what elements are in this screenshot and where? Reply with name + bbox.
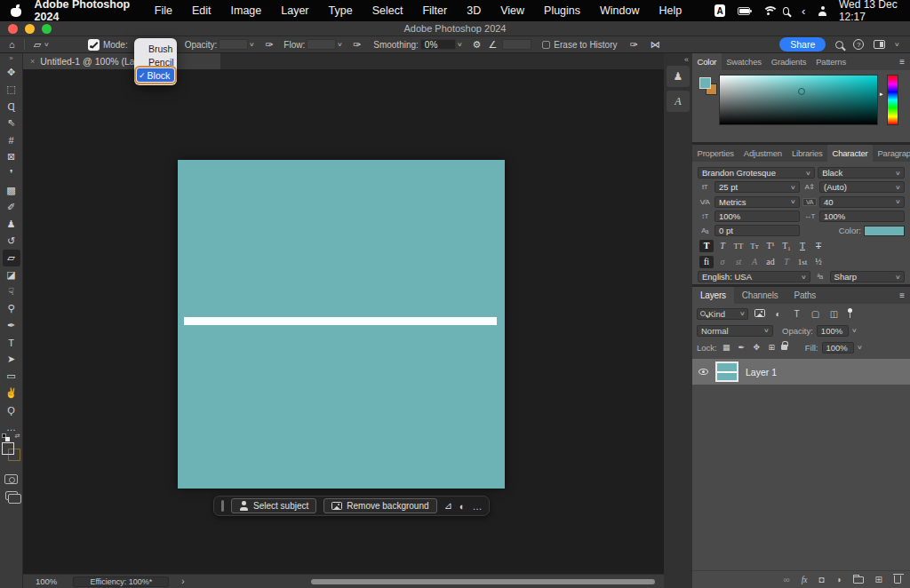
layer-effects-icon[interactable]: fx	[802, 576, 808, 584]
link-layers-icon[interactable]: ∞	[784, 575, 790, 584]
status-chevron-icon[interactable]: ›	[181, 576, 184, 586]
foreground-color-swatch[interactable]	[2, 442, 14, 455]
airbrush-opacity-icon[interactable]: ✑	[261, 40, 276, 50]
chevron-down-icon[interactable]: ∨	[894, 41, 900, 48]
swash-button[interactable]: A	[747, 256, 762, 268]
mode-option-pencil[interactable]: Pencil	[137, 55, 174, 68]
marquee-tool[interactable]: ⬚	[3, 81, 20, 98]
menubar-clock[interactable]: Wed 13 Dec 12:17	[839, 0, 899, 23]
zoom-window-button[interactable]	[42, 24, 52, 34]
battery-icon[interactable]	[738, 7, 750, 15]
titling-alternates-button[interactable]: T	[779, 256, 794, 268]
document-tab[interactable]: × Untitled-1 @ 100% (Layer	[23, 53, 220, 69]
canvas-artboard[interactable]	[178, 160, 505, 489]
hue-slider[interactable]	[887, 75, 898, 125]
angle-field[interactable]	[502, 39, 531, 50]
filter-adjustment-layers-icon[interactable]: ◐	[770, 309, 786, 319]
saturation-brightness-field[interactable]	[719, 75, 878, 125]
tab-swatches[interactable]: Swatches	[722, 53, 767, 70]
spotlight-search-icon[interactable]	[783, 7, 789, 15]
user-account-icon[interactable]	[818, 6, 825, 16]
foreground-background-swatches[interactable]: ⇄	[2, 442, 21, 465]
strikethrough-button[interactable]: T	[811, 240, 826, 252]
glyphs-panel-icon[interactable]: A	[667, 91, 690, 112]
zoom-tool[interactable]: Ϙ	[3, 401, 20, 418]
chevron-down-icon[interactable]: ∨	[857, 344, 863, 351]
tab-close-icon[interactable]: ×	[30, 57, 35, 66]
filter-pixel-layers-icon[interactable]	[752, 309, 767, 319]
font-family-select[interactable]: Brandon Grotesque ∨	[698, 167, 815, 179]
menu-filter[interactable]: Filter	[412, 4, 457, 17]
current-tool-eraser-icon[interactable]: ▱	[30, 40, 44, 50]
superscript-button[interactable]: T¹	[763, 240, 778, 252]
menu-type[interactable]: Type	[319, 4, 363, 17]
filter-type-layers-icon[interactable]: T	[789, 309, 804, 319]
menu-edit[interactable]: Edit	[182, 4, 221, 17]
tab-paths[interactable]: Paths	[786, 287, 824, 304]
panel-menu-icon[interactable]: ≡	[894, 287, 910, 304]
tab-color[interactable]: Color	[692, 53, 722, 70]
shape-tool[interactable]: ▭	[3, 368, 20, 385]
apple-icon[interactable]	[11, 4, 20, 17]
contextual-alternates-button[interactable]: σ	[715, 256, 730, 268]
color-picker-ring[interactable]	[798, 88, 805, 95]
menubar-app-name[interactable]: Adobe Photoshop 2024	[23, 0, 145, 23]
tab-gradients[interactable]: Gradients	[766, 53, 810, 70]
delete-layer-icon[interactable]	[894, 576, 901, 584]
blend-mode-select[interactable]: Normal ∨	[697, 325, 773, 337]
select-subject-button[interactable]: Select subject	[231, 498, 316, 513]
lock-pixels-icon[interactable]: ✒	[736, 343, 747, 352]
quick-mask-icon[interactable]	[4, 474, 18, 484]
tab-character[interactable]: Character	[827, 145, 873, 162]
smoothing-gear-icon[interactable]: ⚙	[469, 40, 485, 50]
paint-bucket-tool[interactable]: ◪	[3, 266, 20, 283]
language-select[interactable]: English: USA ∨	[698, 271, 810, 282]
horizontal-scale-field[interactable]: 100%	[819, 211, 905, 222]
filter-shape-layers-icon[interactable]: ▢	[808, 309, 823, 319]
brush-tool[interactable]: ✐	[3, 199, 20, 216]
text-color-swatch[interactable]	[864, 226, 905, 236]
transform-icon[interactable]: ⊿	[444, 500, 452, 512]
filter-smart-objects-icon[interactable]: ◫	[826, 309, 842, 319]
menu-window[interactable]: Window	[590, 4, 649, 17]
panel-menu-icon[interactable]: ≡	[894, 53, 910, 70]
foreground-color-swatch[interactable]	[699, 77, 711, 89]
smudge-tool[interactable]: ☟	[3, 283, 20, 300]
adjustments-icon[interactable]: ◐	[459, 501, 466, 512]
toolbar-collapse-icon[interactable]: »	[9, 53, 12, 64]
wifi-icon[interactable]	[762, 6, 771, 16]
menu-layer[interactable]: Layer	[271, 4, 318, 17]
filter-toggle-pin-icon[interactable]	[845, 308, 854, 319]
stylistic-alternates-button[interactable]: ad	[763, 256, 778, 268]
canvas-viewport[interactable]: Select subject Remove background ⊿ ◐ …	[23, 69, 664, 574]
menu-image[interactable]: Image	[221, 4, 272, 17]
eraser-tool[interactable]: ▱	[3, 250, 20, 266]
input-source-icon[interactable]: A	[714, 4, 725, 17]
opacity-field[interactable]	[219, 39, 248, 50]
fill-field[interactable]: 100%	[822, 342, 854, 354]
mode-option-block[interactable]: ✓ Block	[137, 68, 174, 82]
mode-option-brush[interactable]: Brush	[137, 42, 174, 55]
discretionary-ligatures-button[interactable]: st	[731, 256, 746, 268]
menu-view[interactable]: View	[491, 4, 534, 17]
crop-tool[interactable]: #	[3, 131, 20, 148]
taskbar-drag-handle[interactable]	[221, 500, 224, 512]
horizontal-scrollbar[interactable]	[311, 579, 655, 584]
new-layer-icon[interactable]: ⊞	[875, 575, 882, 584]
tab-properties[interactable]: Properties	[692, 145, 738, 162]
ligatures-button[interactable]: fi	[699, 256, 714, 268]
swap-colors-icon[interactable]: ⇄	[15, 433, 20, 440]
share-button[interactable]: Share	[779, 37, 826, 52]
kerning-select[interactable]: Metrics ∨	[714, 196, 800, 208]
airbrush-flow-icon[interactable]: ✑	[349, 40, 364, 50]
fractions-button[interactable]: ½	[811, 256, 826, 268]
tracking-select[interactable]: 40 ∨	[819, 196, 905, 208]
remove-background-button[interactable]: Remove background	[323, 498, 436, 513]
healing-brush-tool[interactable]: ▩	[3, 182, 20, 199]
chevron-down-icon[interactable]: ∨	[851, 327, 858, 334]
filter-kind-select[interactable]: Kind ∨	[697, 308, 748, 320]
opacity-field[interactable]: 100%	[817, 325, 849, 337]
lock-artboard-icon[interactable]: ⊞	[766, 343, 778, 352]
smoothing-value-field[interactable]: 0%	[420, 39, 456, 50]
pressure-opacity-icon[interactable]: ✑	[627, 40, 642, 50]
